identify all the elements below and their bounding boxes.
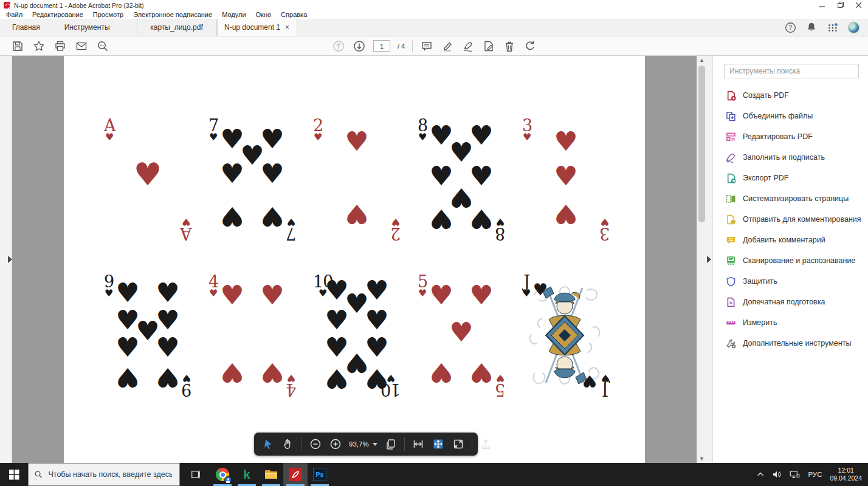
minimize-button[interactable] xyxy=(813,0,832,10)
star-favorite-icon[interactable] xyxy=(32,39,46,53)
vertical-scrollbar[interactable]: ▲ ▼ xyxy=(697,56,706,463)
taskbar-app-photoshop[interactable]: Ps xyxy=(308,463,332,486)
sign-icon[interactable] xyxy=(461,39,475,53)
sidebar-item-send-for-comments[interactable]: Отправить для комментирования xyxy=(713,209,868,230)
taskbar-app-chrome[interactable] xyxy=(210,463,235,486)
left-panel-toggle[interactable] xyxy=(8,256,12,263)
heart-suit-icon: ♥ xyxy=(105,132,114,142)
menu-item-0[interactable]: Файл xyxy=(6,11,22,18)
heart-pip: ♥ xyxy=(429,359,453,386)
taskbar-search[interactable] xyxy=(28,463,180,486)
start-button[interactable] xyxy=(0,463,28,486)
email-icon[interactable] xyxy=(75,39,88,53)
fullscreen-icon[interactable] xyxy=(452,437,465,451)
zoom-level-dropdown[interactable]: 93,7% xyxy=(349,440,377,448)
previous-page-icon[interactable] xyxy=(332,39,345,53)
menu-item-3[interactable]: Электронное подписание xyxy=(133,11,212,18)
heart-suit-icon: ♥ xyxy=(496,217,505,227)
apps-grid-icon[interactable] xyxy=(827,21,839,33)
svg-text:?: ? xyxy=(788,24,792,31)
sidebar-item-create-pdf[interactable]: Создать PDF xyxy=(713,85,868,106)
sidebar-item-measure[interactable]: Измерить xyxy=(713,312,868,333)
scroll-down-icon[interactable]: ▼ xyxy=(697,454,706,463)
sidebar-item-organize-pages[interactable]: Систематизировать страницы xyxy=(713,188,868,209)
page-number-input[interactable] xyxy=(373,40,390,52)
tools-search-input[interactable] xyxy=(724,64,859,78)
card-rank: A xyxy=(181,225,192,242)
taskbar-app-kaspersky[interactable]: k xyxy=(235,463,259,486)
sidebar-item-combine-files[interactable]: Объединить файлы xyxy=(713,106,868,126)
restore-button[interactable] xyxy=(832,0,850,10)
sidebar-item-more-tools[interactable]: Дополнительные инструменты xyxy=(713,333,868,354)
card-corner-index: 5♥ xyxy=(495,373,505,398)
edit-page-icon[interactable] xyxy=(482,39,495,53)
page-thumbnails-icon[interactable] xyxy=(384,437,398,451)
network-icon[interactable] xyxy=(790,470,800,479)
language-indicator[interactable]: РУС xyxy=(808,471,822,478)
pdf-page: A♥A♥♥7♥7♥♥♥♥♥♥♥♥2♥2♥♥♥8♥8♥♥♥♥♥♥♥♥♥3♥3♥♥♥… xyxy=(64,56,645,463)
tray-date: 09.04.2024 xyxy=(830,474,862,482)
account-avatar[interactable] xyxy=(848,22,859,33)
share-icon[interactable] xyxy=(479,437,492,451)
refresh-icon[interactable] xyxy=(523,39,537,53)
fit-width-icon[interactable] xyxy=(412,437,425,451)
toolbar-divider xyxy=(412,40,413,52)
taskbar-search-input[interactable] xyxy=(47,470,174,479)
scroll-up-icon[interactable]: ▲ xyxy=(697,56,706,64)
heart-pip: ♥ xyxy=(449,320,473,346)
tab-home[interactable]: Главная xyxy=(0,19,52,36)
heart-pip: ♥ xyxy=(469,205,493,232)
document-tab-0[interactable]: карты_лицо.pdf xyxy=(137,19,217,36)
windows-taskbar: k Ps РУС 12:01 09.04.2024 xyxy=(0,463,868,486)
tray-chevron-up-icon[interactable] xyxy=(757,471,764,478)
menu-item-2[interactable]: Просмотр xyxy=(93,11,123,18)
sidebar-item-fill-sign[interactable]: Заполнить и подписать xyxy=(713,147,868,168)
taskbar-app-acrobat[interactable] xyxy=(283,463,308,486)
heart-suit-icon: ♥ xyxy=(209,289,218,298)
menu-item-6[interactable]: Справка xyxy=(281,11,307,18)
close-button[interactable] xyxy=(850,0,868,10)
sidebar-item-edit-pdf[interactable]: Редактировать PDF xyxy=(713,126,868,147)
tab-close-icon[interactable]: × xyxy=(285,23,289,32)
volume-icon[interactable] xyxy=(772,470,782,479)
select-tool-icon[interactable] xyxy=(261,437,275,451)
tools-panel-toggle[interactable] xyxy=(707,256,711,263)
zoom-out-icon[interactable] xyxy=(309,437,322,451)
save-icon[interactable] xyxy=(11,39,24,53)
heart-pip: ♥ xyxy=(115,334,139,361)
playing-card-A-hearts: A♥A♥♥ xyxy=(102,117,193,242)
print-icon[interactable] xyxy=(53,39,67,53)
sidebar-item-protect[interactable]: Защитить xyxy=(713,271,868,292)
document-tab-1[interactable]: N-up document 1× xyxy=(217,19,297,36)
menu-item-1[interactable]: Редактирование xyxy=(32,11,83,18)
card-corner-index: A♥ xyxy=(104,117,115,142)
taskbar-app-explorer[interactable] xyxy=(259,463,283,486)
notifications-bell-icon[interactable] xyxy=(805,21,818,33)
delete-icon[interactable] xyxy=(503,39,516,53)
next-page-icon[interactable] xyxy=(353,39,366,53)
fit-page-icon[interactable] xyxy=(432,437,445,451)
sidebar-item-print-production[interactable]: Допечатная подготовка xyxy=(713,292,868,312)
sidebar-item-scan-ocr[interactable]: Сканирование и распознавание xyxy=(713,250,868,271)
print-production-icon xyxy=(725,296,736,307)
help-icon[interactable]: ? xyxy=(784,21,796,33)
menu-item-5[interactable]: Окно xyxy=(256,11,272,18)
scrollbar-thumb[interactable] xyxy=(698,66,705,222)
task-view-button[interactable] xyxy=(184,463,208,486)
playing-card-3-hearts: 3♥3♥♥♥♥ xyxy=(520,117,611,242)
heart-pip: ♥ xyxy=(115,364,139,391)
menu-item-4[interactable]: Модули xyxy=(222,11,246,18)
heart-pip: ♥ xyxy=(345,200,368,227)
playing-card-8-hearts: 8♥8♥♥♥♥♥♥♥♥♥ xyxy=(416,117,507,242)
card-corner-index: 8♥ xyxy=(418,117,427,142)
playing-card-10-hearts: 10♥10♥♥♥♥♥♥♥♥♥♥♥ xyxy=(311,273,402,398)
clock[interactable]: 12:01 09.04.2024 xyxy=(830,467,862,482)
hand-tool-icon[interactable] xyxy=(281,437,295,451)
comment-icon[interactable] xyxy=(420,39,433,53)
sidebar-item-add-comment[interactable]: Добавить комментарий xyxy=(713,230,868,250)
zoom-in-icon[interactable] xyxy=(329,437,342,451)
search-tools-icon[interactable] xyxy=(96,39,109,53)
tab-tools[interactable]: Инструменты xyxy=(52,19,122,36)
sidebar-item-export-pdf[interactable]: Экспорт PDF xyxy=(713,168,868,188)
highlight-icon[interactable] xyxy=(441,39,454,53)
